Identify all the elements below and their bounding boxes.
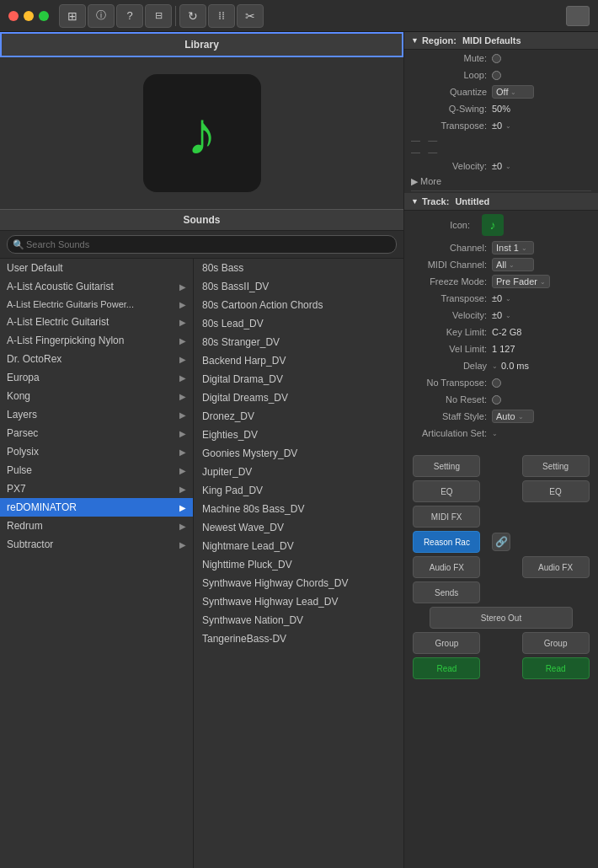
list-item[interactable]: Polysix ▶ — [0, 442, 193, 461]
list-item[interactable]: Subtractor ▶ — [0, 535, 193, 554]
mute-checkbox[interactable] — [492, 54, 501, 63]
eq-btn[interactable]: ⁞⁞ — [208, 4, 235, 28]
list-item-redominator[interactable]: reDOMINATOR ▶ — [0, 498, 193, 517]
list-item[interactable]: Goonies Mystery_DV — [194, 444, 403, 463]
chevron-down-icon: ⌄ — [518, 413, 524, 421]
search-input[interactable] — [7, 235, 397, 254]
list-item[interactable]: PX7 ▶ — [0, 480, 193, 498]
collapse-triangle-icon[interactable]: ▼ — [411, 36, 419, 45]
list-item[interactable]: 80s Bass — [194, 259, 403, 277]
eq-btn-1[interactable]: EQ — [413, 480, 480, 502]
no-reset-checkbox[interactable] — [492, 395, 501, 405]
traffic-lights — [8, 11, 49, 21]
quantize-dropdown[interactable]: Off ⌄ — [492, 85, 534, 99]
list-item[interactable]: 80s Cartoon Action Chords — [194, 296, 403, 314]
list-item[interactable]: 80s BassII_DV — [194, 277, 403, 296]
region-transpose-label: Transpose: — [411, 121, 487, 131]
list-item[interactable]: Redrum ▶ — [0, 517, 193, 535]
arrow-icon: ▶ — [179, 318, 186, 327]
quantize-value: Off ⌄ — [492, 85, 534, 99]
chevron-down-icon: ⌄ — [509, 261, 515, 269]
group-btn-1[interactable]: Group — [413, 632, 480, 654]
list-item[interactable]: 80s Lead_DV — [194, 314, 403, 333]
no-transpose-checkbox[interactable] — [492, 378, 501, 388]
setting-btn-1[interactable]: Setting — [413, 455, 480, 477]
arrow-icon: ▶ — [179, 392, 186, 401]
corner-button[interactable] — [566, 6, 590, 26]
list-item[interactable]: A-List Acoustic Guitarist ▶ — [0, 277, 193, 296]
maximize-button[interactable] — [39, 11, 49, 21]
staff-style-label: Staff Style: — [411, 411, 487, 421]
sidebar-item-parsec[interactable]: Parsec ▶ — [0, 424, 193, 442]
setting-btn-2[interactable]: Setting — [522, 455, 590, 477]
sounds-list: 80s Bass 80s BassII_DV 80s Cartoon Actio… — [194, 259, 403, 868]
list-item[interactable]: Europa ▶ — [0, 368, 193, 387]
list-item[interactable]: Eighties_DV — [194, 426, 403, 444]
list-item[interactable]: Backend Harp_DV — [194, 351, 403, 370]
library-header: Library — [0, 32, 403, 57]
list-item[interactable]: Synthwave Highway Chords_DV — [194, 574, 403, 592]
list-item[interactable]: TangerineBass-DV — [194, 630, 403, 648]
list-item[interactable]: Pulse ▶ — [0, 461, 193, 480]
sidebar-item-layers[interactable]: Layers ▶ — [0, 405, 193, 424]
list-item[interactable]: 80s Stranger_DV — [194, 333, 403, 351]
list-item[interactable]: Digital Drama_DV — [194, 370, 403, 388]
list-item[interactable]: Dronez_DV — [194, 407, 403, 426]
audio-fx-btn-2[interactable]: Audio FX — [522, 556, 590, 578]
list-item[interactable]: Synthwave Nation_DV — [194, 611, 403, 630]
loop-checkbox[interactable] — [492, 71, 501, 80]
music-note-icon: ♪ — [187, 99, 217, 168]
list-item[interactable]: Machine 80s Bass_DV — [194, 500, 403, 518]
link-btn[interactable]: 🔗 — [492, 533, 510, 551]
minimize-button[interactable] — [24, 11, 34, 21]
midi-fx-btn[interactable]: MIDI FX — [413, 506, 480, 528]
midi-fx-row: MIDI FX — [409, 506, 593, 528]
group-btn-2[interactable]: Group — [522, 632, 590, 654]
search-icon: 🔍 — [13, 239, 24, 250]
read-btn-2[interactable]: Read — [522, 657, 590, 679]
eq-row: EQ EQ — [409, 480, 593, 502]
media-browser-btn[interactable]: ⊞ — [59, 4, 86, 28]
audio-fx-btn-1[interactable]: Audio FX — [413, 556, 480, 578]
close-button[interactable] — [8, 11, 19, 21]
input-btn[interactable]: ⊟ — [145, 4, 172, 28]
collapse-track-icon[interactable]: ▼ — [411, 197, 419, 206]
midi-channel-dropdown[interactable]: All ⌄ — [492, 258, 534, 271]
staff-style-dropdown[interactable]: Auto ⌄ — [492, 410, 534, 423]
list-item[interactable]: Jupiter_DV — [194, 463, 403, 481]
read-btn-1[interactable]: Read — [413, 657, 480, 679]
velocity-row: Velocity: ±0 ⌄ — [404, 158, 598, 174]
stereo-out-btn[interactable]: Stereo Out — [430, 607, 573, 629]
list-item[interactable]: Nighttime Pluck_DV — [194, 555, 403, 574]
channel-dropdown[interactable]: Inst 1 ⌄ — [492, 241, 534, 255]
list-item[interactable]: A-List Electric Guitarist ▶ — [0, 313, 193, 331]
more-button[interactable]: ▶ More — [404, 174, 598, 189]
eq-btn-2[interactable]: EQ — [522, 480, 590, 502]
list-item[interactable]: Digital Dreams_DV — [194, 388, 403, 407]
qswing-label: Q-Swing: — [411, 104, 487, 114]
reason-rac-btn[interactable]: Reason Rac — [413, 531, 480, 553]
sends-btn[interactable]: Sends — [413, 581, 480, 603]
scissors-btn[interactable]: ✂ — [237, 4, 264, 28]
list-item[interactable]: Newest Wave_DV — [194, 518, 403, 537]
freeze-dropdown[interactable]: Pre Fader ⌄ — [492, 275, 550, 288]
no-reset-row: No Reset: — [404, 391, 598, 408]
list-item[interactable]: Dr. OctoRex ▶ — [0, 350, 193, 368]
list-item[interactable]: Synthwave Highway Lead_DV — [194, 592, 403, 611]
list-item[interactable]: A-List Electric Guitaris Power... ▶ — [0, 296, 193, 313]
track-icon[interactable]: ♪ — [482, 214, 504, 236]
arrow-icon: ▶ — [179, 429, 186, 438]
list-item[interactable]: A-List Fingerpicking Nylon ▶ — [0, 331, 193, 350]
group-row: Group Group — [409, 632, 593, 654]
channel-label: Channel: — [411, 243, 487, 253]
list-item[interactable]: Kong ▶ — [0, 387, 193, 405]
info-btn[interactable]: ⓘ — [88, 4, 115, 28]
list-item[interactable]: King Pad_DV — [194, 481, 403, 500]
list-item[interactable]: Nightmare Lead_DV — [194, 537, 403, 555]
track-icon-row: Icon: ♪ — [404, 211, 598, 239]
vel-limit-row: Vel Limit: 1 127 — [404, 340, 598, 357]
loop-btn[interactable]: ↻ — [179, 4, 206, 28]
list-item[interactable]: User Default — [0, 259, 193, 277]
arrow-icon: ▶ — [179, 485, 186, 494]
help-btn[interactable]: ? — [116, 4, 143, 28]
